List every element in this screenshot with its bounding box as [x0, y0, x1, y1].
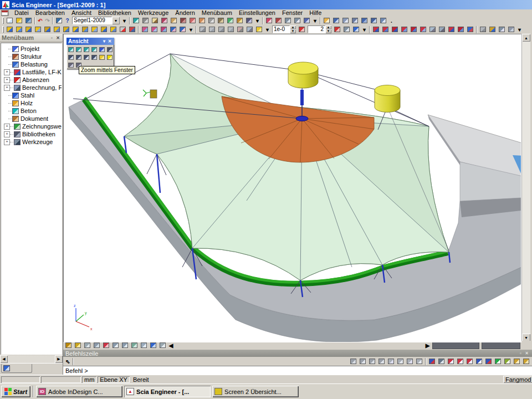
tree-item-struktur[interactable]: Struktur — [2, 53, 62, 60]
doc2-icon[interactable] — [244, 17, 254, 24]
command-input[interactable]: Befehl > — [63, 366, 532, 375]
palette-close-icon[interactable]: ✕ — [107, 38, 112, 44]
break-icon[interactable] — [236, 25, 245, 33]
temp-load-icon[interactable] — [418, 25, 428, 33]
link2-icon[interactable] — [73, 341, 83, 349]
redo-icon[interactable]: ↷ — [44, 17, 51, 24]
erase-tool-icon[interactable] — [377, 357, 386, 365]
snap-tan-icon[interactable] — [484, 357, 493, 365]
document-window-icon[interactable] — [1, 10, 9, 16]
named-view-icon[interactable] — [369, 17, 378, 24]
snap-end-icon[interactable] — [446, 357, 456, 365]
folder-icon[interactable] — [254, 25, 264, 33]
wall-icon[interactable] — [43, 25, 52, 33]
zoom-in-icon[interactable] — [67, 53, 75, 61]
ansicht-palette[interactable]: Ansicht ▾ ✕ — [66, 38, 114, 69]
hscroll-left-icon[interactable]: ▶ — [424, 341, 431, 349]
count-value[interactable]: 2 — [308, 25, 325, 33]
menu-bearbeiten[interactable]: Bearbeiten — [32, 9, 68, 16]
ucs-icon[interactable] — [351, 25, 361, 33]
project-combo-value[interactable]: Segel1-2009 — [72, 17, 112, 24]
snap-solid-icon[interactable] — [512, 357, 521, 365]
load-surf-icon[interactable] — [409, 25, 418, 33]
scale-icon[interactable] — [168, 25, 178, 33]
layout-icon[interactable] — [188, 17, 197, 24]
calc-drop[interactable]: ▾ — [311, 17, 319, 24]
snap-cursor-icon[interactable] — [427, 357, 437, 365]
tree-hscrollbar[interactable]: ◀ ▶ — [0, 355, 63, 363]
cmd-pin-icon[interactable]: ▫ — [518, 350, 524, 356]
toolbar-grip[interactable] — [2, 26, 4, 33]
stretch-icon[interactable] — [178, 25, 187, 33]
view-drop[interactable]: . — [388, 17, 395, 24]
shade-view-icon[interactable] — [350, 17, 360, 24]
snap-edge-icon[interactable] — [503, 357, 512, 365]
tree-item-stahl[interactable]: Stahl — [2, 91, 62, 99]
gallery-icon[interactable] — [178, 17, 188, 24]
view-side-icon[interactable] — [75, 45, 83, 53]
copy-icon[interactable] — [198, 25, 207, 33]
load-case-icon[interactable] — [456, 25, 466, 33]
mod-drop[interactable]: ▾ — [187, 25, 195, 33]
tolerance-spinner[interactable]: 1e-0 ▲▼ — [272, 25, 296, 33]
start-button[interactable]: Start — [1, 386, 30, 397]
arc-icon[interactable] — [71, 25, 80, 33]
menu-datei[interactable]: Datei — [11, 9, 32, 16]
cmd-close-icon[interactable]: ✕ — [524, 350, 530, 356]
ansicht-palette-title[interactable]: Ansicht ▾ ✕ — [66, 38, 114, 45]
solid-view-icon[interactable] — [331, 17, 341, 24]
printer2-icon[interactable] — [207, 17, 216, 24]
clipboard-icon[interactable] — [169, 17, 178, 24]
join-icon[interactable] — [245, 25, 254, 33]
menu-bibliotheken[interactable]: Bibliotheken — [95, 9, 135, 16]
view-folder-icon[interactable] — [98, 53, 106, 61]
status-plane[interactable]: Ebene XY — [98, 376, 130, 383]
tolerance-down[interactable]: ▼ — [290, 29, 296, 33]
menu-aendern[interactable]: Ändern — [172, 9, 198, 16]
levels-icon[interactable] — [283, 17, 293, 24]
move-icon[interactable] — [140, 25, 150, 33]
cursor-step-icon[interactable] — [342, 25, 351, 33]
shell-icon[interactable] — [52, 25, 62, 33]
surface-icon[interactable] — [83, 341, 92, 349]
moment-icon[interactable] — [447, 25, 456, 33]
trim-icon[interactable] — [217, 25, 226, 33]
zoom-out-icon[interactable] — [75, 53, 83, 61]
catalog-icon[interactable] — [507, 25, 516, 33]
taskbar-task-indesign[interactable]: IDAdobe InDesign C... — [36, 386, 122, 397]
free-load-icon[interactable] — [437, 25, 447, 33]
rendering-icon[interactable] — [92, 341, 101, 349]
array-icon[interactable] — [207, 25, 217, 33]
snap-mid-icon[interactable] — [456, 357, 465, 365]
table-icon[interactable] — [197, 17, 207, 24]
tree-item-absenzen[interactable]: +Absenzen — [2, 76, 62, 84]
view-set-icon[interactable] — [378, 17, 388, 24]
star-icon[interactable] — [118, 25, 127, 33]
project-combo-arrow[interactable]: ▾ — [112, 17, 120, 24]
menu-werkzeuge[interactable]: Werkzeuge — [135, 9, 172, 16]
column-icon[interactable] — [24, 25, 33, 33]
tolerance-apply-icon[interactable] — [297, 25, 306, 33]
lib-drop[interactable]: ▾ — [516, 25, 523, 33]
new-file-icon[interactable] — [5, 17, 14, 24]
project-drop[interactable]: ▾ — [254, 17, 261, 24]
collapse-left[interactable]: ◀ — [167, 341, 175, 349]
tree-item-zeichnungswerkzeuge[interactable]: +Zeichnungswerkzeuge — [2, 122, 62, 130]
viewport-vscrollbar[interactable]: ▲ ▼ — [521, 34, 530, 341]
menubaum-tab[interactable] — [1, 364, 32, 373]
zoom-window-icon[interactable] — [83, 53, 90, 61]
ucs-drop[interactable]: ▾ — [361, 25, 368, 33]
tree-item-werkzeuge[interactable]: +Werkzeuge — [2, 138, 62, 146]
project-data-icon[interactable] — [131, 17, 141, 24]
mirror-icon[interactable] — [159, 25, 168, 33]
export-icon[interactable] — [235, 17, 244, 24]
menu-ansicht[interactable]: Ansicht — [68, 9, 95, 16]
project-combo[interactable]: Segel1-2009 ▾ — [72, 17, 120, 24]
predef-icon[interactable] — [428, 25, 437, 33]
node-icon[interactable] — [5, 25, 14, 33]
menu-einstellungen[interactable]: Einstellungen — [236, 9, 279, 16]
hscroll-thumb-2[interactable] — [482, 341, 520, 349]
rib-icon[interactable] — [62, 25, 71, 33]
beam-icon[interactable] — [14, 25, 24, 33]
scroll-right-icon[interactable]: ▶ — [55, 355, 63, 363]
